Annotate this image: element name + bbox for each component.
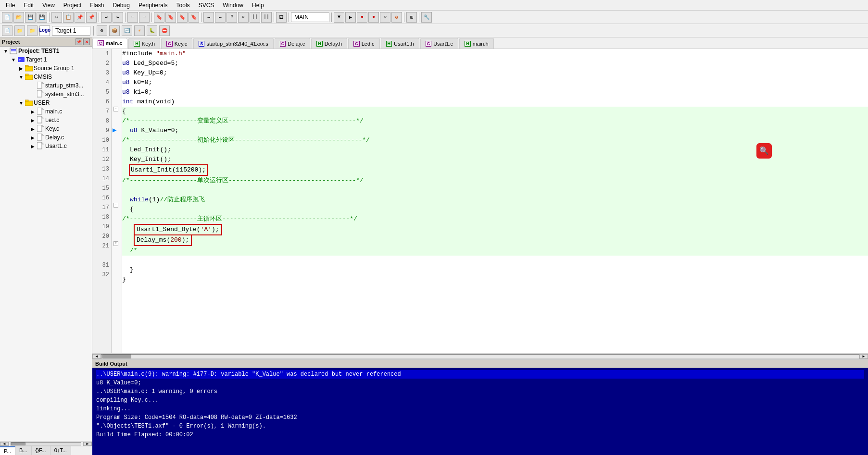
- panel-tab-books[interactable]: B...: [15, 446, 32, 455]
- paste2-btn[interactable]: 📌: [86, 12, 97, 23]
- code-scroll-thumb[interactable]: [102, 355, 131, 358]
- stop2-btn[interactable]: ●: [368, 12, 379, 23]
- tab-usart1c[interactable]: C Usart1.c: [420, 38, 458, 49]
- tree-ledc[interactable]: ▶ Led.c: [0, 116, 92, 124]
- tab-delayh[interactable]: H Delay.h: [311, 38, 347, 49]
- t2-rebuild-btn[interactable]: 🔄: [122, 25, 132, 36]
- open-btn[interactable]: 📂: [13, 12, 24, 23]
- panel-tab-templates[interactable]: 0↓T...: [50, 446, 71, 455]
- tree-toggle-sourcegroup1[interactable]: ▶: [17, 66, 25, 71]
- tree-toggle-cmsis[interactable]: ▼: [17, 74, 25, 80]
- tree-startup[interactable]: startup_stm3...: [0, 81, 92, 90]
- bookmark-btn[interactable]: 🔖: [154, 12, 164, 23]
- scroll-left-btn[interactable]: ◀: [0, 442, 9, 446]
- tree-user[interactable]: ▼ USER: [0, 98, 92, 107]
- project-close-icon[interactable]: ✕: [83, 38, 90, 45]
- fold-21-icon[interactable]: +: [113, 241, 118, 246]
- t2-btn1[interactable]: 📄: [2, 25, 13, 36]
- tree-usart1c[interactable]: ▶ Usart1.c: [0, 142, 92, 150]
- run2-btn[interactable]: ○: [380, 12, 390, 23]
- tree-toggle-user[interactable]: ▼: [17, 100, 25, 106]
- menu-project[interactable]: Project: [60, 1, 85, 10]
- format2-btn[interactable]: #: [238, 12, 249, 23]
- panel-tab-project[interactable]: P...: [0, 446, 15, 455]
- menu-peripherals[interactable]: Peripherals: [135, 1, 172, 10]
- format4-btn[interactable]: ||: [261, 12, 272, 23]
- code-content[interactable]: #include "main.h" u8 Led_Speed=5; u8 Key…: [122, 49, 868, 353]
- tree-toggle-usart1c[interactable]: ▶: [29, 144, 37, 149]
- bookmark3-btn[interactable]: 🔖: [177, 12, 188, 23]
- tree-toggle-keyc[interactable]: ▶: [29, 126, 37, 132]
- nav-fwd-btn[interactable]: →: [139, 12, 150, 23]
- bookmark4-btn[interactable]: 🔖: [189, 12, 199, 23]
- target-selector[interactable]: Target 1: [52, 26, 90, 36]
- menu-view[interactable]: View: [38, 1, 59, 10]
- saveall-btn[interactable]: 💾: [37, 12, 47, 23]
- copy-btn[interactable]: 📋: [63, 12, 74, 23]
- tree-project-root[interactable]: ▼ Project: TEST1: [0, 47, 92, 55]
- undo-btn[interactable]: ↩: [101, 12, 112, 23]
- format3-btn[interactable]: ||: [250, 12, 260, 23]
- cut-btn[interactable]: ✂: [51, 12, 62, 23]
- code-scroll-track[interactable]: [101, 354, 859, 359]
- panel-tab-functions[interactable]: {}F...: [32, 446, 50, 455]
- run-btn[interactable]: ▶: [345, 12, 356, 23]
- t2-debug-btn[interactable]: 🐛: [147, 25, 157, 36]
- tab-keyc[interactable]: C Key.c: [161, 38, 192, 49]
- img-btn[interactable]: 🖼: [276, 12, 287, 23]
- tree-toggle-project[interactable]: ▼: [2, 49, 10, 54]
- tree-toggle-ledc[interactable]: ▶: [29, 118, 37, 123]
- outdent-btn[interactable]: ⇤: [215, 12, 226, 23]
- code-scroll-left-btn[interactable]: ◀: [92, 354, 101, 359]
- menu-svcs[interactable]: SVCS: [195, 1, 218, 10]
- redo-btn[interactable]: ↪: [113, 12, 123, 23]
- stop-btn[interactable]: ●: [357, 12, 367, 23]
- tab-ledc[interactable]: C Led.c: [348, 38, 379, 49]
- tree-keyc[interactable]: ▶ Key.c: [0, 124, 92, 133]
- menu-flash[interactable]: Flash: [86, 1, 108, 10]
- tree-system[interactable]: system_stm3...: [0, 90, 92, 98]
- tools-btn[interactable]: 🔧: [421, 12, 432, 23]
- scroll-track[interactable]: [11, 442, 81, 446]
- t2-build-btn[interactable]: 📦: [109, 25, 120, 36]
- t2-stop-btn[interactable]: ⛔: [159, 25, 170, 36]
- menu-edit[interactable]: Edit: [20, 1, 38, 10]
- tree-sourcegroup1[interactable]: ▶ Source Group 1: [0, 64, 92, 73]
- t2-flash-btn[interactable]: ⚡: [134, 25, 145, 36]
- save-btn[interactable]: 💾: [25, 12, 36, 23]
- t2-btn2[interactable]: 📁: [14, 25, 25, 36]
- tree-target1[interactable]: ▼ T Target 1: [0, 55, 92, 64]
- menu-help[interactable]: Help: [248, 1, 268, 10]
- tab-mainh[interactable]: H main.h: [459, 38, 494, 49]
- tree-toggle-target1[interactable]: ▼: [10, 57, 17, 62]
- code-scroll-right-btn[interactable]: ▶: [859, 354, 868, 359]
- menu-tools[interactable]: Tools: [173, 1, 194, 10]
- format-btn[interactable]: #: [226, 12, 237, 23]
- tree-delayc[interactable]: ▶ Delay.c: [0, 133, 92, 142]
- window-btn[interactable]: ⊞: [406, 12, 417, 23]
- menu-window[interactable]: Window: [219, 1, 247, 10]
- tab-keyh[interactable]: H Key.h: [128, 38, 160, 49]
- paste-btn[interactable]: 📌: [75, 12, 85, 23]
- tree-toggle-delayc[interactable]: ▶: [29, 135, 37, 140]
- bookmark2-btn[interactable]: 🔖: [165, 12, 176, 23]
- fold-17-icon[interactable]: -: [113, 203, 118, 208]
- tab-mainc[interactable]: C main.c: [92, 38, 127, 49]
- tree-cmsis[interactable]: ▼ CMSIS: [0, 73, 92, 81]
- tab-usart1h[interactable]: H Usart1.h: [381, 38, 419, 49]
- menu-debug[interactable]: Debug: [109, 1, 134, 10]
- nav-back-btn[interactable]: ←: [127, 12, 138, 23]
- indent-btn[interactable]: ⇥: [203, 12, 214, 23]
- build-content[interactable]: ..\USER\main.c(9): warning: #177-D: vari…: [92, 368, 868, 455]
- scroll-thumb[interactable]: [11, 443, 25, 445]
- panel-hscrollbar[interactable]: ◀ ▶: [0, 441, 92, 446]
- new-btn[interactable]: 📄: [2, 12, 13, 23]
- tree-mainc[interactable]: ▶ main.c: [0, 107, 92, 116]
- scroll-right-btn[interactable]: ▶: [83, 442, 92, 446]
- project-pin-icon[interactable]: 📌: [75, 38, 82, 45]
- tree-toggle-mainc[interactable]: ▶: [29, 109, 37, 114]
- t2-config-btn[interactable]: ⚙: [97, 25, 107, 36]
- menu-file[interactable]: File: [2, 1, 19, 10]
- tab-startup[interactable]: S startup_stm32f40_41xxx.s: [193, 38, 273, 49]
- search-float-button[interactable]: 🔍: [756, 143, 772, 159]
